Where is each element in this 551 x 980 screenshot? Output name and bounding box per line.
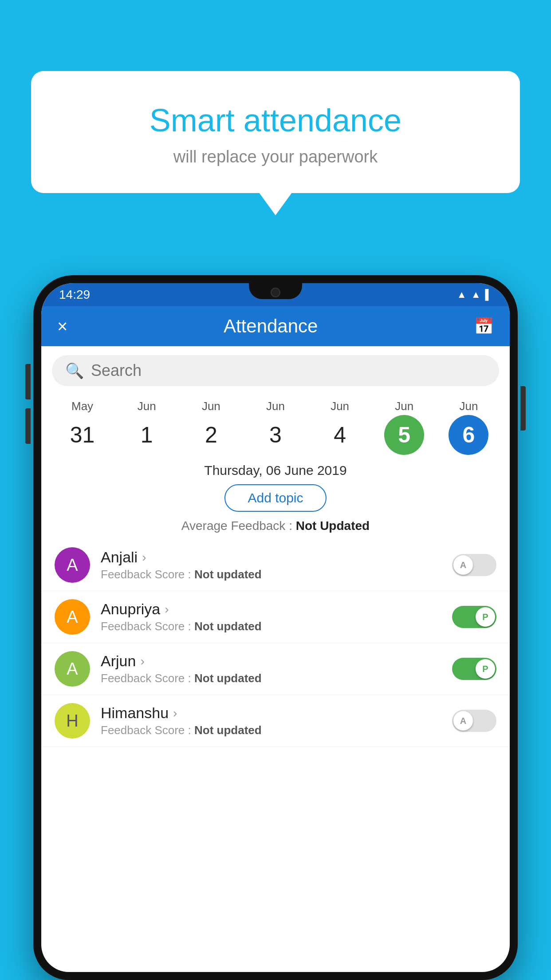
date-cell[interactable]: Jun6 <box>449 399 488 455</box>
date-day[interactable]: 3 <box>256 415 295 455</box>
avatar: A <box>55 651 90 687</box>
student-name: Arjun › <box>101 652 452 670</box>
toggle-knob: P <box>476 659 495 679</box>
chevron-icon: › <box>173 706 177 720</box>
student-name: Anupriya › <box>101 601 452 618</box>
speech-bubble: Smart attendance will replace your paper… <box>31 71 520 193</box>
power-button[interactable] <box>520 386 526 431</box>
toggle-knob: P <box>476 607 495 627</box>
date-cell[interactable]: Jun5 <box>384 399 424 455</box>
attendance-toggle[interactable]: A <box>452 554 496 576</box>
date-cell[interactable]: Jun3 <box>256 399 295 455</box>
date-month: Jun <box>138 399 156 413</box>
phone-notch <box>249 283 302 299</box>
avg-feedback: Average Feedback : Not Updated <box>41 519 510 533</box>
toggle-knob: A <box>453 555 473 575</box>
phone-screen: 14:29 ▲ ▲ ▌ × Attendance 📅 🔍 May31Jun1Ju… <box>41 283 510 972</box>
signal-icon: ▲ <box>471 289 481 300</box>
student-item[interactable]: AAnupriya ›Feedback Score : Not updatedP <box>41 591 510 643</box>
student-item[interactable]: AArjun ›Feedback Score : Not updatedP <box>41 643 510 695</box>
student-info: Anjali ›Feedback Score : Not updated <box>101 549 452 581</box>
date-month: Jun <box>459 399 478 413</box>
calendar-icon[interactable]: 📅 <box>474 317 494 336</box>
date-month: Jun <box>395 399 413 413</box>
avatar: A <box>55 599 90 635</box>
bubble-title: Smart attendance <box>58 102 493 138</box>
student-info: Anupriya ›Feedback Score : Not updated <box>101 601 452 633</box>
student-info: Himanshu ›Feedback Score : Not updated <box>101 704 452 737</box>
front-camera <box>271 288 280 297</box>
search-input[interactable] <box>91 361 486 380</box>
attendance-toggle[interactable]: P <box>452 658 496 680</box>
app-header: × Attendance 📅 <box>41 306 510 346</box>
toggle-knob: A <box>453 711 473 731</box>
date-cell[interactable]: Jun2 <box>191 399 231 455</box>
date-day[interactable]: 2 <box>191 415 231 455</box>
date-day[interactable]: 6 <box>449 415 488 455</box>
phone-frame: 14:29 ▲ ▲ ▌ × Attendance 📅 🔍 May31Jun1Ju… <box>33 275 518 980</box>
selected-date: Thursday, 06 June 2019 <box>41 463 510 478</box>
chevron-icon: › <box>142 550 146 565</box>
search-bar[interactable]: 🔍 <box>52 355 499 386</box>
status-icons: ▲ ▲ ▌ <box>457 289 492 300</box>
date-cell[interactable]: May31 <box>63 399 102 455</box>
header-title: Attendance <box>224 316 318 337</box>
student-name: Himanshu › <box>101 704 452 722</box>
date-month: Jun <box>266 399 285 413</box>
avg-feedback-label: Average Feedback : <box>181 519 296 533</box>
avatar: A <box>55 547 90 583</box>
student-score: Feedback Score : Not updated <box>101 723 452 737</box>
search-icon: 🔍 <box>65 362 84 379</box>
student-item[interactable]: HHimanshu ›Feedback Score : Not updatedA <box>41 695 510 747</box>
volume-up-button[interactable] <box>25 364 31 399</box>
date-month: May <box>71 399 93 413</box>
student-score: Feedback Score : Not updated <box>101 568 452 581</box>
date-month: Jun <box>202 399 220 413</box>
date-day[interactable]: 4 <box>320 415 360 455</box>
add-topic-button[interactable]: Add topic <box>224 484 326 512</box>
close-button[interactable]: × <box>57 316 67 336</box>
date-day[interactable]: 1 <box>127 415 167 455</box>
attendance-toggle[interactable]: P <box>452 606 496 628</box>
battery-icon: ▌ <box>485 289 492 300</box>
student-item[interactable]: AAnjali ›Feedback Score : Not updatedA <box>41 539 510 591</box>
date-cell[interactable]: Jun4 <box>320 399 360 455</box>
wifi-icon: ▲ <box>457 289 467 300</box>
date-navigator: May31Jun1Jun2Jun3Jun4Jun5Jun6 <box>41 395 510 459</box>
student-score: Feedback Score : Not updated <box>101 672 452 685</box>
chevron-icon: › <box>140 654 144 668</box>
avg-feedback-value: Not Updated <box>296 519 370 533</box>
date-month: Jun <box>331 399 349 413</box>
status-time: 14:29 <box>59 288 90 302</box>
volume-down-button[interactable] <box>25 408 31 444</box>
attendance-toggle[interactable]: A <box>452 710 496 732</box>
chevron-icon: › <box>165 602 169 616</box>
avatar: H <box>55 703 90 739</box>
student-score: Feedback Score : Not updated <box>101 620 452 633</box>
date-cell[interactable]: Jun1 <box>127 399 167 455</box>
speech-bubble-container: Smart attendance will replace your paper… <box>31 71 520 193</box>
student-info: Arjun ›Feedback Score : Not updated <box>101 652 452 685</box>
date-day[interactable]: 5 <box>384 415 424 455</box>
student-list: AAnjali ›Feedback Score : Not updatedAAA… <box>41 539 510 972</box>
bubble-subtitle: will replace your paperwork <box>58 147 493 166</box>
student-name: Anjali › <box>101 549 452 566</box>
date-day[interactable]: 31 <box>63 415 102 455</box>
